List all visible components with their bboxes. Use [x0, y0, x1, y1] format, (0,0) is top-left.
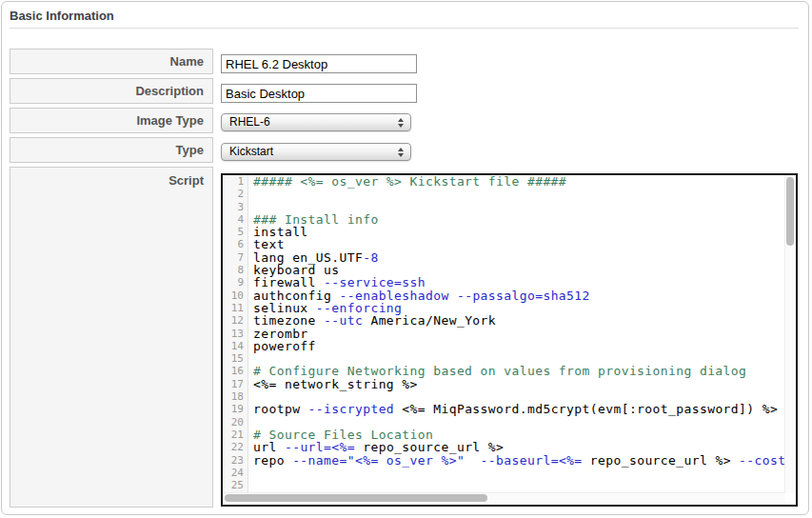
- code-text: poweroff: [248, 340, 316, 352]
- basic-information-panel: Basic Information Name Description Image…: [1, 1, 809, 515]
- script-label: Script: [10, 168, 212, 188]
- code-line: 1##### <%= os_ver %> Kickstart file ####…: [223, 175, 785, 188]
- line-number: 21: [223, 428, 248, 441]
- line-number: 16: [223, 365, 248, 377]
- line-number: 4: [223, 213, 248, 226]
- code-text: [248, 201, 253, 213]
- vertical-scrollbar-thumb[interactable]: [786, 177, 794, 246]
- code-text: [248, 352, 253, 365]
- code-text: url --url=<%= repo_source_url %>: [248, 441, 504, 453]
- scrollbar-corner: [785, 493, 796, 505]
- code-line: 9firewall --service=ssh: [223, 276, 785, 289]
- code-text: text: [248, 238, 285, 250]
- code-line: 7lang en_US.UTF-8: [223, 251, 785, 264]
- section-divider: [10, 28, 799, 29]
- line-number: 15: [223, 352, 248, 365]
- type-selected-value: Kickstart: [222, 144, 398, 160]
- code-line: 13zerombr: [223, 328, 785, 340]
- line-number: 23: [223, 454, 248, 467]
- section-title: Basic Information: [10, 9, 114, 23]
- select-stepper-icon: [398, 118, 410, 128]
- code-line: 19rootpw --iscrypted <%= MiqPassword.md5…: [223, 403, 785, 415]
- line-number: 8: [223, 264, 248, 276]
- line-number: 3: [223, 201, 248, 213]
- code-line: 3: [223, 201, 785, 213]
- line-number: 24: [223, 467, 248, 479]
- line-number: 11: [223, 302, 248, 314]
- line-number: 13: [223, 328, 248, 340]
- code-line: 2: [223, 188, 785, 200]
- code-line: 15: [223, 352, 785, 365]
- code-line: 20: [223, 416, 785, 428]
- description-label: Description: [10, 79, 212, 103]
- horizontal-scrollbar[interactable]: [223, 492, 785, 505]
- name-label: Name: [10, 50, 212, 73]
- script-code-lines[interactable]: 1##### <%= os_ver %> Kickstart file ####…: [223, 175, 785, 493]
- code-text: # Source Files Location: [248, 428, 433, 441]
- code-text: [248, 467, 253, 479]
- code-line: 25: [223, 479, 785, 491]
- code-text: [248, 188, 253, 200]
- line-number: 9: [223, 276, 248, 289]
- code-line: 12timezone --utc America/New_York: [223, 314, 785, 327]
- select-stepper-icon: [398, 148, 410, 157]
- name-input[interactable]: [221, 54, 417, 73]
- description-label-box: Description: [10, 78, 213, 104]
- code-text: zerombr: [248, 328, 308, 340]
- code-line: 21# Source Files Location: [223, 428, 785, 441]
- code-line: 23repo --name="<%= os_ver %>" --baseurl=…: [223, 454, 785, 467]
- code-line: 22url --url=<%= repo_source_url %>: [223, 441, 785, 453]
- code-text: # Configure Networking based on values f…: [248, 365, 746, 377]
- code-line: 14poweroff: [223, 340, 785, 352]
- type-select[interactable]: Kickstart: [221, 143, 411, 161]
- script-label-box: Script: [10, 167, 213, 508]
- code-text: keyboard us: [248, 264, 340, 276]
- code-text: [248, 479, 253, 491]
- image-type-select[interactable]: RHEL-6: [221, 113, 411, 131]
- line-number: 2: [223, 188, 248, 200]
- code-line: 16# Configure Networking based on values…: [223, 365, 785, 377]
- code-text: rootpw --iscrypted <%= MiqPassword.md5cr…: [248, 403, 778, 415]
- horizontal-scrollbar-thumb[interactable]: [225, 494, 487, 502]
- code-line: 8keyboard us: [223, 264, 785, 276]
- code-text: repo --name="<%= os_ver %>" --baseurl=<%…: [248, 454, 785, 467]
- image-type-label: Image Type: [10, 109, 212, 132]
- code-text: ### Install info: [248, 213, 379, 226]
- line-number: 25: [223, 479, 248, 491]
- code-text: install: [248, 226, 308, 238]
- code-text: authconfig --enableshadow --passalgo=sha…: [248, 289, 590, 302]
- name-label-box: Name: [10, 49, 213, 74]
- code-text: timezone --utc America/New_York: [248, 314, 496, 327]
- line-number: 17: [223, 378, 248, 390]
- code-text: selinux --enforcing: [248, 302, 402, 314]
- line-number: 7: [223, 251, 248, 264]
- code-text: ##### <%= os_ver %> Kickstart file #####: [248, 175, 566, 188]
- code-text: firewall --service=ssh: [248, 276, 426, 289]
- code-line: 6text: [223, 238, 785, 250]
- line-number: 20: [223, 416, 248, 428]
- code-text: [248, 390, 253, 403]
- description-input[interactable]: [221, 84, 417, 103]
- line-number: 22: [223, 441, 248, 453]
- code-text: <%= network_string %>: [248, 378, 418, 390]
- line-number: 1: [223, 175, 248, 188]
- code-line: 11selinux --enforcing: [223, 302, 785, 314]
- line-number: 18: [223, 390, 248, 403]
- code-text: lang en_US.UTF-8: [248, 251, 379, 264]
- line-number: 19: [223, 403, 248, 415]
- code-line: 4### Install info: [223, 213, 785, 226]
- line-number: 10: [223, 289, 248, 302]
- script-code-editor[interactable]: 1##### <%= os_ver %> Kickstart file ####…: [221, 173, 798, 507]
- image-type-selected-value: RHEL-6: [222, 114, 398, 130]
- image-type-label-box: Image Type: [10, 108, 213, 133]
- code-line: 5install: [223, 226, 785, 238]
- line-number: 5: [223, 226, 248, 238]
- line-number: 12: [223, 314, 248, 327]
- code-line: 10authconfig --enableshadow --passalgo=s…: [223, 289, 785, 302]
- type-label: Type: [10, 138, 212, 162]
- vertical-scrollbar[interactable]: [784, 175, 796, 493]
- line-number: 6: [223, 238, 248, 250]
- type-label-box: Type: [10, 137, 213, 163]
- code-line: 17<%= network_string %>: [223, 378, 785, 390]
- code-text: [248, 416, 253, 428]
